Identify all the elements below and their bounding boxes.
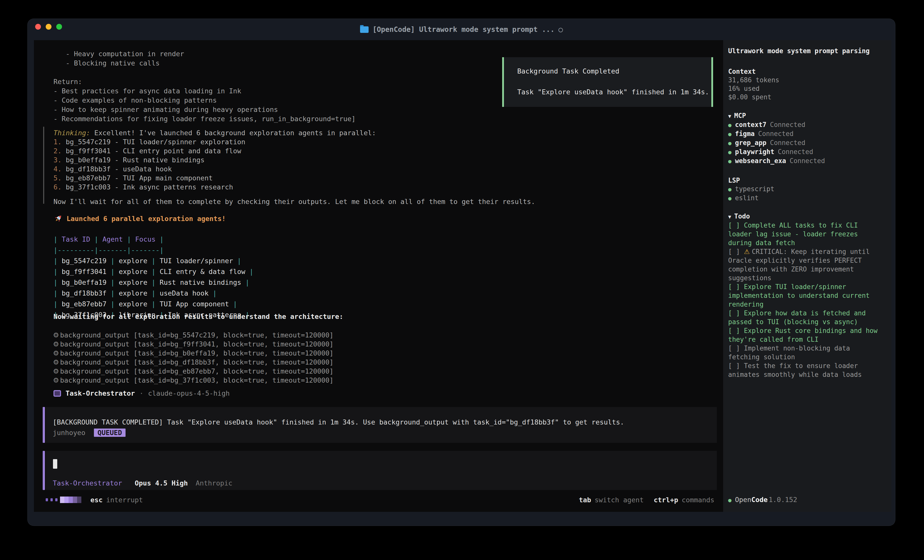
launch-line: Launched 6 parallel exploration agents! (54, 214, 226, 223)
thinking-label: Thinking: (54, 129, 90, 137)
progress-circle-icon: ◯ (559, 25, 563, 34)
mcp-item: ●playwrightConnected (728, 148, 886, 157)
tab-hint: tab switch agent (579, 496, 644, 504)
message-author: junhoyeo (53, 429, 86, 437)
app-version-footer: ● OpenCode1.0.152 (728, 496, 797, 505)
toast-body: Task "Explore useData hook" finished in … (517, 88, 711, 96)
todo-item: [ ] Implement non-blocking data fetching… (728, 344, 879, 362)
sidebar: Ultrawork mode system prompt parsing Con… (723, 40, 891, 512)
thinking-items: 1. bg_5547c219 - TUI loader/spinner expl… (54, 138, 376, 192)
todo-item: [ ] ⚠ CRITICAL: Keep iterating until Ora… (728, 247, 879, 283)
input-provider-name: Anthropic (196, 479, 232, 487)
window-controls (35, 24, 62, 30)
input-agent-name: Task-Orchestrator (53, 479, 122, 487)
context-used: 16% used (728, 84, 886, 93)
zoom-button[interactable] (56, 24, 62, 30)
status-dot-icon: ● (728, 496, 731, 505)
mcp-item: ●context7Connected (728, 120, 886, 129)
terminal-window: [OpenCode] Ultrawork mode system prompt … (28, 19, 895, 526)
lsp-item: ●typescript (728, 185, 886, 194)
chevron-down-icon: ▼ (728, 214, 731, 220)
thinking-block: Thinking: Excellent! I've launched 6 bac… (54, 129, 376, 192)
chevron-down-icon: ▼ (728, 113, 731, 119)
assistant-output-text: - Heavy computation in render - Blocking… (54, 49, 356, 123)
context-heading: Context (728, 67, 886, 76)
context-tokens: 31,686 tokens (728, 76, 886, 84)
esc-hint: esc interrupt (90, 496, 143, 504)
toast-notification[interactable]: Background Task Completed Task "Explore … (502, 57, 713, 107)
lsp-item: ●eslint (728, 194, 886, 203)
agent-icon (54, 390, 61, 397)
mcp-item: ●grep_appConnected (728, 138, 886, 148)
assistant-text-line: Now I'll wait for all of them to complet… (54, 198, 535, 205)
mcp-list: ●context7Connected●figmaConnected●grep_a… (728, 120, 886, 166)
todo-item: [ ] Test the fix to ensure loader animat… (728, 362, 879, 379)
warning-icon: ⚠ (744, 248, 752, 255)
agents-table: | Task ID | Agent | Focus ||---------|--… (54, 234, 254, 320)
prompt-input[interactable]: Task-Orchestrator Opus 4.5 High Anthropi… (43, 451, 717, 490)
mcp-item: ●websearch_exaConnected (728, 157, 886, 166)
todo-item: [ ] Complete ALL tasks to fix CLI loader… (728, 221, 879, 247)
window-title: [OpenCode] Ultrawork mode system prompt … (373, 25, 555, 34)
todo-item: [ ] Explore how data is fetched and pass… (728, 309, 879, 326)
commands-hint: ctrl+p commands (654, 496, 714, 504)
terminal-content: - Heavy computation in render - Blocking… (34, 40, 891, 512)
todo-item: [ ] Explore TUI loader/spinner implement… (728, 283, 879, 309)
folder-icon (360, 26, 369, 33)
todo-list: [ ] Complete ALL tasks to fix CLI loader… (728, 221, 886, 379)
thinking-block-rule (43, 127, 44, 204)
agent-status-line: Task-Orchestrator · claude-opus-4-5-high (54, 389, 230, 397)
tool-call-lines: ⚙background_output [task_id=bg_5547c219,… (53, 331, 333, 385)
todo-section-header[interactable]: ▼Todo (728, 212, 886, 221)
text-cursor (53, 459, 57, 469)
message-accent-bar (43, 407, 45, 443)
todo-item: [ ] Explore Rust core bindings and how t… (728, 326, 879, 344)
titlebar[interactable]: [OpenCode] Ultrawork mode system prompt … (28, 19, 895, 40)
input-accent-bar (43, 451, 45, 490)
rocket-icon (54, 214, 63, 223)
background-task-message: [BACKGROUND TASK COMPLETED] Task "Explor… (43, 407, 717, 443)
waiting-line: Now waiting for all exploration results … (54, 313, 343, 320)
mcp-section-header[interactable]: ▼MCP (728, 111, 886, 120)
spinner-indicator (46, 497, 81, 503)
mcp-item: ●figmaConnected (728, 129, 886, 138)
context-spent: $0.00 spent (728, 93, 886, 101)
status-bar: esc interrupt tab switch agent ctrl+p co… (46, 494, 719, 505)
session-title: Ultrawork mode system prompt parsing (728, 46, 886, 55)
queued-badge: QUEUED (94, 428, 126, 437)
input-model-name: Opus 4.5 High (135, 479, 188, 487)
minimize-button[interactable] (46, 24, 51, 30)
lsp-heading: LSP (728, 176, 886, 185)
close-button[interactable] (35, 24, 41, 30)
toast-title: Background Task Completed (517, 67, 711, 75)
lsp-list: ●typescript●eslint (728, 185, 886, 203)
message-text: [BACKGROUND TASK COMPLETED] Task "Explor… (53, 417, 717, 428)
